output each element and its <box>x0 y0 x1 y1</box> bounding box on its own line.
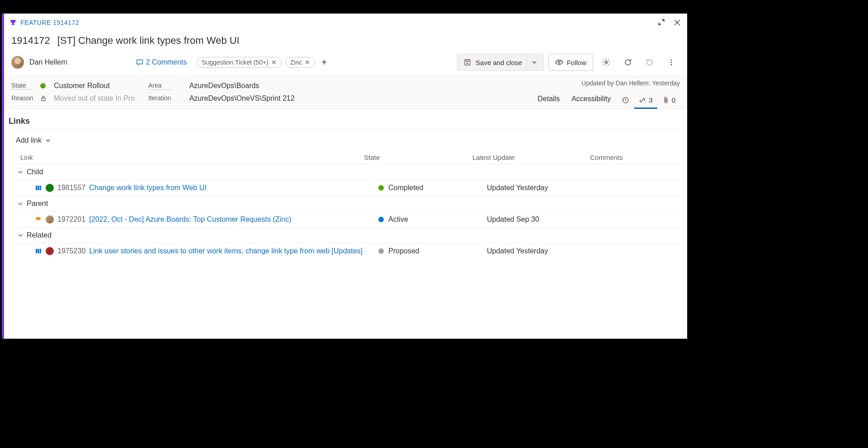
toolbar-left: Dan Hellem 2 Comments Suggestion Ticket … <box>11 56 330 69</box>
link-item-row[interactable]: 1972201[2022, Oct - Dec] Azure Boards: T… <box>11 211 680 227</box>
mini-avatar <box>46 184 54 192</box>
col-latest-update[interactable]: Latest Update <box>472 154 590 161</box>
col-state[interactable]: State <box>364 154 472 161</box>
item-title-link[interactable]: Link user stories and issues to other wo… <box>89 247 363 255</box>
toolbar: Dan Hellem 2 Comments Suggestion Ticket … <box>4 50 687 75</box>
reason-value: Moved out of state In Pro <box>54 94 135 103</box>
group-name: Parent <box>27 200 48 208</box>
chevron-down-icon[interactable] <box>18 201 23 206</box>
titlebar-right <box>657 18 682 27</box>
svg-rect-13 <box>38 249 39 253</box>
tab-links[interactable]: 3 <box>634 93 657 109</box>
link-item-row[interactable]: 1975230Link user stories and issues to o… <box>11 243 680 259</box>
state-text: Proposed <box>388 247 420 255</box>
work-item-dialog: FEATURE 1914172 1914172 [ST] Change work… <box>2 14 687 339</box>
updated-text: Updated Yesterday <box>487 184 604 192</box>
tab-history[interactable] <box>617 93 633 109</box>
comment-icon <box>136 59 143 66</box>
area-block: Area AzureDevOps\Boards Iteration AzureD… <box>148 82 295 103</box>
add-link-label: Add link <box>16 136 42 145</box>
updated-text: Updated Sep 30 <box>487 215 604 224</box>
tab-accessibility[interactable]: Accessibility <box>566 90 616 109</box>
state-cell: Completed <box>378 184 487 192</box>
refresh-button[interactable] <box>619 54 637 71</box>
follow-label: Follow <box>567 59 586 66</box>
mini-avatar <box>46 247 54 255</box>
add-tag-button[interactable]: + <box>319 57 330 68</box>
tag-remove-icon[interactable]: ✕ <box>305 59 310 66</box>
more-actions-button[interactable] <box>663 54 680 71</box>
col-comments[interactable]: Comments <box>590 154 680 161</box>
avatar[interactable] <box>11 56 24 69</box>
header-row: 1914172 [ST] Change work link types from… <box>4 32 687 50</box>
work-item-type-label[interactable]: FEATURE 1914172 <box>20 19 79 26</box>
state-dot-icon <box>378 248 384 254</box>
state-dot-icon <box>378 185 384 191</box>
link-cell: 1981557Change work link types from Web U… <box>35 184 378 192</box>
comments-count-label: 2 Comments <box>146 58 187 66</box>
tag[interactable]: Zinc✕ <box>285 57 315 68</box>
state-text: Completed <box>388 184 423 192</box>
comments-link[interactable]: 2 Comments <box>136 58 187 66</box>
links-count: 3 <box>649 96 652 104</box>
link-item-row[interactable]: 1981557Change work link types from Web U… <box>11 180 680 196</box>
assignee-name[interactable]: Dan Hellem <box>29 58 67 66</box>
iteration-value[interactable]: AzureDevOps\OneVS\Sprint 212 <box>189 94 295 103</box>
group-name: Related <box>27 231 52 239</box>
follow-button[interactable]: Follow <box>548 54 593 71</box>
tab-attachments[interactable]: 0 <box>658 93 680 109</box>
svg-point-4 <box>671 60 672 61</box>
chevron-down-icon[interactable] <box>18 233 23 238</box>
save-chevron-icon[interactable] <box>527 54 537 70</box>
tag-label: Zinc <box>290 59 302 66</box>
work-item-id: 1914172 <box>11 35 50 47</box>
links-title: Links <box>9 117 680 126</box>
save-label: Save and close <box>476 59 522 66</box>
item-title-link[interactable]: Change work link types from Web UI <box>89 184 206 192</box>
trophy-icon <box>9 19 17 26</box>
item-title-link[interactable]: [2022, Oct - Dec] Azure Boards: Top Cust… <box>89 215 291 224</box>
svg-rect-9 <box>36 186 38 190</box>
svg-rect-0 <box>137 60 142 64</box>
save-and-close-button[interactable]: Save and close <box>457 54 544 71</box>
links-body: Child1981557Change work link types from … <box>11 164 680 259</box>
chevron-down-icon <box>45 138 51 143</box>
col-link[interactable]: Link <box>20 154 364 161</box>
state-cell: Proposed <box>378 247 487 255</box>
attachments-count: 0 <box>672 96 675 104</box>
link-group-header[interactable]: Parent <box>11 196 680 211</box>
state-grid: State Customer Rollout Reason Moved out … <box>11 82 135 103</box>
svg-rect-12 <box>36 249 38 253</box>
tab-details[interactable]: Details <box>532 90 565 109</box>
item-id: 1981557 <box>57 184 85 192</box>
tag-remove-icon[interactable]: ✕ <box>271 59 277 66</box>
svg-point-5 <box>671 62 672 63</box>
toolbar-right: Save and close Follow <box>457 54 680 71</box>
expand-icon[interactable] <box>657 18 665 27</box>
link-group-header[interactable]: Child <box>11 164 680 180</box>
undo-button[interactable] <box>641 54 658 71</box>
state-value[interactable]: Customer Rollout <box>54 82 135 90</box>
links-section: Links Add link Link State Latest Update … <box>4 109 687 263</box>
state-row: State Customer Rollout Reason Moved out … <box>4 75 687 109</box>
updated-by: Updated by Dan Hellem: Yesterday <box>581 79 680 87</box>
titlebar-left: FEATURE 1914172 <box>9 19 79 26</box>
story-icon <box>35 184 42 191</box>
state-label: State <box>11 82 33 89</box>
svg-rect-11 <box>40 186 41 190</box>
svg-rect-1 <box>465 60 470 65</box>
mini-avatar <box>46 215 54 224</box>
chevron-down-icon[interactable] <box>18 169 23 175</box>
svg-rect-14 <box>40 249 41 253</box>
settings-button[interactable] <box>598 54 615 71</box>
tag[interactable]: Suggestion Ticket (50+)✕ <box>197 57 281 68</box>
add-link-button[interactable]: Add link <box>11 130 680 151</box>
state-text: Active <box>388 215 408 224</box>
link-group-header[interactable]: Related <box>11 227 680 243</box>
close-icon[interactable] <box>673 18 682 27</box>
work-item-title[interactable]: [ST] Change work link types from Web UI <box>57 35 240 47</box>
save-icon <box>464 59 471 66</box>
item-id: 1975230 <box>57 247 85 255</box>
area-value[interactable]: AzureDevOps\Boards <box>189 82 295 90</box>
tabs: Details Accessibility 3 0 <box>532 90 680 109</box>
